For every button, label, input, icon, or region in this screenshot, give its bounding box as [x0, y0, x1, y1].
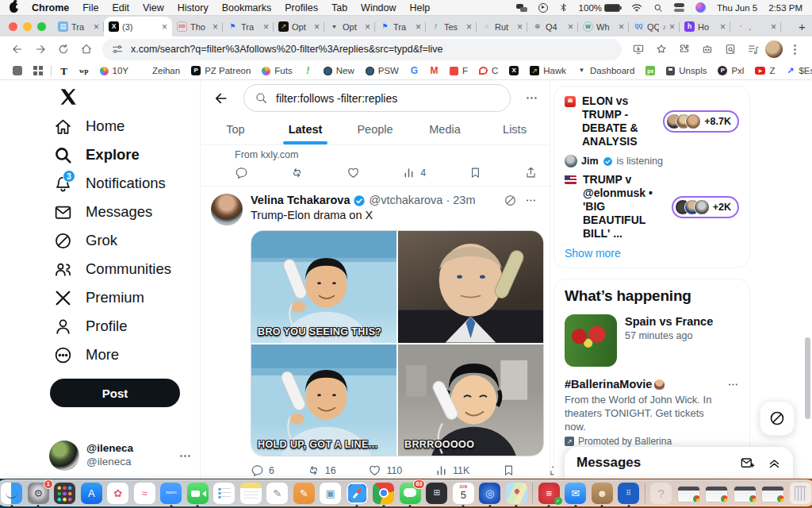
zoom-window-button[interactable]: [37, 22, 46, 31]
event-thumbnail[interactable]: [565, 314, 617, 367]
close-window-button[interactable]: [9, 22, 17, 31]
dock-maps[interactable]: [506, 483, 527, 504]
bookmark-item[interactable]: px: [641, 64, 660, 77]
sidebar-item-explore[interactable]: Explore: [52, 140, 200, 169]
menu-item[interactable]: Window: [361, 2, 396, 13]
views-count[interactable]: 4: [402, 166, 426, 179]
browser-tab[interactable]: X (3) ×: [104, 17, 172, 37]
browser-tab[interactable]: ⚑ Tra ×: [223, 17, 274, 37]
tab-close-button[interactable]: ×: [619, 22, 624, 32]
menu-item[interactable]: View: [143, 2, 164, 13]
tab-close-button[interactable]: ×: [720, 22, 726, 32]
sidebar-item-home[interactable]: Home: [52, 112, 200, 140]
extension-robot-icon[interactable]: [696, 39, 718, 60]
tweet[interactable]: Velina Tchakarova @vtchakarova · 23m Tru…: [201, 187, 550, 477]
views-count[interactable]: 11K: [435, 464, 469, 477]
wifi-icon[interactable]: [631, 3, 642, 12]
live-row-1[interactable]: ELON vs TRUMP - DEBATE & ANALYSIS +8.7K: [565, 94, 739, 148]
dock-reminders[interactable]: [213, 483, 235, 504]
menu-item[interactable]: Edit: [112, 2, 129, 13]
dock-trash[interactable]: [790, 483, 811, 504]
tab-close-button[interactable]: ×: [568, 22, 573, 32]
dock-pencil-app[interactable]: ✎: [293, 483, 315, 504]
browser-tab[interactable]: W Wh ×: [578, 17, 629, 37]
dock-company-portal[interactable]: ⠿: [618, 483, 639, 504]
grok-floating-button[interactable]: [760, 401, 795, 436]
live-title[interactable]: TRUMP v @elonmusk • 'BIG BEAUTIFUL BILL'…: [583, 173, 665, 241]
tweet-meta[interactable]: @vtchakarova · 23m: [369, 194, 475, 207]
battery-status[interactable]: 100%: [579, 3, 620, 13]
live-row-2[interactable]: TRUMP v @elonmusk • 'BIG BEAUTIFUL BILL'…: [565, 173, 739, 241]
tab-audio-icon[interactable]: ♪: [662, 23, 666, 31]
tweet-image[interactable]: BRO YOU SEEING THIS?: [251, 230, 544, 456]
bookmark-button[interactable]: [469, 166, 482, 179]
bookmark-item[interactable]: C: [474, 64, 503, 77]
bookmark-item[interactable]: Futs: [257, 64, 297, 77]
reply-button[interactable]: 6: [251, 464, 274, 477]
tab-close-button[interactable]: ×: [263, 22, 269, 32]
chevron-double-up-icon[interactable]: [768, 456, 781, 470]
bookmark-item[interactable]: Unspls: [661, 64, 711, 77]
bluetooth-icon[interactable]: [559, 2, 568, 13]
menubar-time[interactable]: 2:53 PM: [768, 3, 802, 13]
browser-tab[interactable]: ▼ Opt ×: [324, 17, 375, 37]
dock-preview[interactable]: ▣: [320, 483, 341, 504]
bookmark-item[interactable]: T: [55, 64, 73, 77]
browser-tab[interactable]: ⊕ Q4 ×: [527, 17, 578, 37]
dock-calendar[interactable]: JUN5: [453, 483, 474, 504]
bookmark-item[interactable]: [49, 64, 53, 78]
search-options-kebab-icon[interactable]: [525, 91, 538, 105]
promoted-trend[interactable]: #BallerinaMovie From the World of John W…: [565, 377, 739, 447]
grok-actions-icon[interactable]: [504, 194, 517, 207]
dock-system-settings[interactable]: ⚙ 1: [28, 483, 49, 504]
display-mirroring-icon[interactable]: [516, 4, 527, 12]
x-logo[interactable]: [56, 85, 80, 109]
url-text[interactable]: x.com/search?q=filter%3Afollows%20-filte…: [131, 44, 443, 55]
tab-close-button[interactable]: ×: [365, 22, 370, 32]
bookmark-item[interactable]: Zeihan: [135, 64, 185, 77]
home-button[interactable]: [75, 39, 97, 60]
menu-item[interactable]: History: [178, 2, 209, 13]
menu-item[interactable]: Bookmarks: [222, 2, 272, 13]
siri-icon[interactable]: [695, 2, 706, 13]
dock-mail[interactable]: ✉: [565, 483, 586, 504]
apple-logo-icon[interactable]: [10, 2, 18, 13]
menu-app-name[interactable]: Chrome: [32, 2, 69, 13]
reload-button[interactable]: [52, 39, 74, 60]
dock-messages[interactable]: 63: [400, 483, 421, 504]
bookmark-item[interactable]: wp: [75, 64, 94, 77]
result-tab[interactable]: People: [340, 116, 410, 144]
repost-button[interactable]: [290, 166, 304, 179]
listener-pill[interactable]: +8.7K: [663, 110, 739, 133]
back-button[interactable]: [6, 39, 28, 60]
back-arrow-icon[interactable]: [213, 90, 229, 106]
new-tab-button[interactable]: +: [792, 17, 812, 37]
reading-list-icon[interactable]: [742, 39, 764, 60]
sidebar-item-communities[interactable]: Communities: [52, 255, 200, 283]
dock-photos[interactable]: ✿: [107, 483, 128, 504]
save-to-device-icon[interactable]: [627, 39, 649, 60]
search-input[interactable]: filter:follows -filter:replies: [243, 84, 511, 112]
page-scrollbar-thumb[interactable]: [805, 337, 810, 419]
browser-tab[interactable]: ▤ Tra ×: [53, 17, 104, 37]
menu-item[interactable]: File: [82, 2, 98, 13]
browser-tab[interactable]: h Ho ×: [680, 17, 730, 37]
address-bar[interactable]: x.com/search?q=filter%3Afollows%20-filte…: [102, 39, 622, 60]
dock-window-thumb[interactable]: [705, 483, 728, 504]
dock-window-thumb[interactable]: [677, 483, 700, 504]
dock-textedit[interactable]: ✎: [266, 483, 288, 504]
dock-unknown-app[interactable]: ?: [650, 483, 672, 504]
bookmark-item[interactable]: P PZ Patreon: [186, 64, 255, 77]
result-tab[interactable]: Media: [410, 116, 480, 144]
share-button[interactable]: [524, 166, 538, 179]
bookmark-item[interactable]: 10Y: [95, 64, 133, 77]
spotlight-search-icon[interactable]: [653, 3, 663, 13]
tweet-kebab-icon[interactable]: [525, 194, 537, 206]
dock-chrome[interactable]: [373, 483, 394, 504]
bookmark-button[interactable]: [502, 464, 515, 477]
tab-close-button[interactable]: ×: [213, 22, 218, 32]
account-switcher[interactable]: @ileneca @ileneca: [49, 441, 192, 471]
profile-avatar[interactable]: [765, 40, 783, 58]
card-source[interactable]: From kxly.com: [235, 149, 537, 160]
minimize-window-button[interactable]: [23, 22, 32, 31]
